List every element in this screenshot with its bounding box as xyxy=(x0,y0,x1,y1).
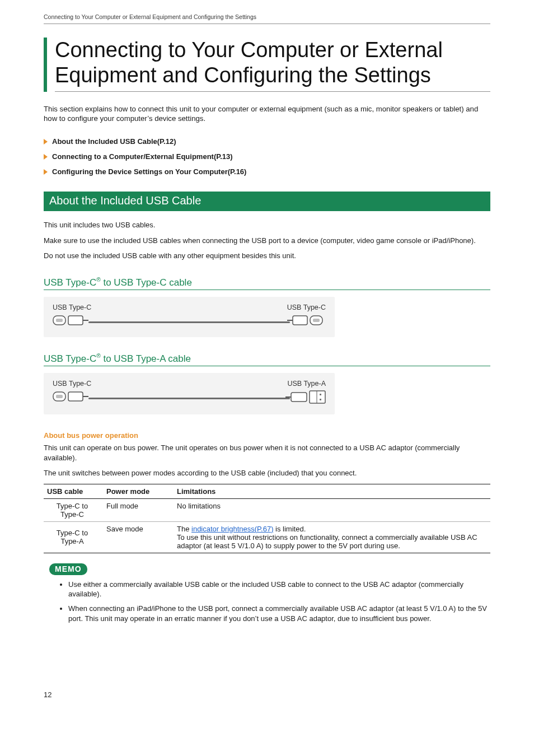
caret-right-icon xyxy=(44,139,48,144)
cable-end-right: USB Type-C xyxy=(287,304,326,327)
about-p1: This unit includes two USB cables. xyxy=(44,220,490,230)
figure-cable-c-to-c: USB Type-C USB Type-C xyxy=(44,297,335,337)
svg-rect-7 xyxy=(313,319,320,322)
connector-label: USB Type-C xyxy=(53,304,91,311)
subheading-cable-c-to-a: USB Type-C® to USB Type-A cable xyxy=(44,353,490,365)
table-row: Type-C to Type-C Full mode No limitation… xyxy=(44,498,490,521)
th-power-mode: Power mode xyxy=(103,484,174,498)
list-item: Use either a commercially available USB … xyxy=(68,580,490,599)
svg-rect-1 xyxy=(56,319,63,322)
page-number: 12 xyxy=(44,690,490,699)
subheading-pre: USB Type-C xyxy=(44,277,96,288)
cable-wire-icon xyxy=(88,398,290,399)
usb-type-a-connector-icon xyxy=(285,390,326,404)
intro-paragraph: This section explains how to connect thi… xyxy=(44,104,490,124)
svg-rect-14 xyxy=(310,391,325,403)
subheading-cable-c-to-c: USB Type-C® to USB Type-C cable xyxy=(44,277,490,288)
memo-block: MEMO Use either a commercially available… xyxy=(44,563,490,623)
connector-label: USB Type-C xyxy=(287,304,326,311)
cell-power-mode: Save mode xyxy=(103,521,174,553)
table-header-row: USB cable Power mode Limitations xyxy=(44,484,490,498)
bus-p2: The unit switches between power modes ac… xyxy=(44,468,490,478)
cell-cable-type: Type-C to Type-C xyxy=(44,498,103,521)
subheading-rule xyxy=(44,290,490,291)
th-usb-cable: USB cable xyxy=(44,484,103,498)
bus-p1: This unit can operate on bus power. The … xyxy=(44,443,490,463)
toc-item-label: Connecting to a Computer/External Equipm… xyxy=(52,152,233,161)
usb-type-c-connector-icon xyxy=(53,314,88,327)
svg-rect-2 xyxy=(68,316,83,325)
about-p2: Make sure to use the included USB cables… xyxy=(44,236,490,246)
svg-rect-15 xyxy=(320,394,321,395)
caret-right-icon xyxy=(44,154,48,160)
power-mode-table: USB cable Power mode Limitations Type-C … xyxy=(44,484,490,553)
figure-cable-c-to-a: USB Type-C USB Type-A xyxy=(44,373,335,414)
limitation-pre: The xyxy=(177,525,191,533)
subheading-post: to USB Type-C cable xyxy=(101,277,192,288)
toc-item-1[interactable]: About the Included USB Cable(P.12) xyxy=(44,137,490,146)
connector-label: USB Type-A xyxy=(285,380,326,388)
svg-rect-13 xyxy=(291,393,307,402)
svg-rect-9 xyxy=(56,395,63,398)
cable-wire-icon xyxy=(88,321,290,323)
cable-end-right: USB Type-A xyxy=(285,380,326,404)
connector-label: USB Type-C xyxy=(53,380,91,388)
page-title: Connecting to Your Computer or External … xyxy=(55,38,490,88)
caret-right-icon xyxy=(44,169,48,175)
svg-rect-5 xyxy=(293,316,307,325)
table-row: Type-C to Type-A Save mode The indicator… xyxy=(44,521,490,553)
list-item: When connecting an iPad/iPhone to the US… xyxy=(68,604,490,623)
h1-underline xyxy=(55,91,490,92)
limitation-post: is limited. xyxy=(273,525,306,533)
memo-badge: MEMO xyxy=(49,563,87,575)
toc: About the Included USB Cable(P.12) Conne… xyxy=(44,137,490,176)
cell-limitations: The indicator brightness(P.67) is limite… xyxy=(174,521,490,553)
toc-item-label: Configuring the Device Settings on Your … xyxy=(52,167,246,176)
cable-end-left: USB Type-C xyxy=(53,380,91,403)
running-header: Connecting to Your Computer or External … xyxy=(44,13,490,24)
page-root: Connecting to Your Computer or External … xyxy=(0,0,534,721)
about-p3: Do not use the included USB cable with a… xyxy=(44,251,490,261)
cell-cable-type: Type-C to Type-A xyxy=(44,521,103,553)
cell-power-mode: Full mode xyxy=(103,498,174,521)
subheading-bus-power: About bus power operation xyxy=(44,431,490,440)
indicator-brightness-link[interactable]: indicator brightness(P.67) xyxy=(191,525,273,533)
memo-list: Use either a commercially available USB … xyxy=(44,580,490,623)
th-limitations: Limitations xyxy=(174,484,490,498)
toc-item-3[interactable]: Configuring the Device Settings on Your … xyxy=(44,167,490,176)
subheading-post: to USB Type-A cable xyxy=(101,353,191,364)
subheading-rule xyxy=(44,366,490,367)
section-heading-bar: About the Included USB Cable xyxy=(44,192,490,211)
svg-rect-10 xyxy=(68,392,83,401)
cable-end-left: USB Type-C xyxy=(53,304,91,327)
limitation-line2: To use this unit without restrictions on… xyxy=(177,533,477,550)
svg-rect-16 xyxy=(320,399,321,400)
toc-item-2[interactable]: Connecting to a Computer/External Equipm… xyxy=(44,152,490,161)
registered-mark-icon: ® xyxy=(96,277,101,283)
h1-container: Connecting to Your Computer or External … xyxy=(44,38,490,92)
subheading-pre: USB Type-C xyxy=(44,353,96,364)
usb-type-c-connector-icon xyxy=(53,390,88,403)
registered-mark-icon: ® xyxy=(96,353,101,359)
usb-type-c-connector-icon xyxy=(287,314,323,327)
toc-item-label: About the Included USB Cable(P.12) xyxy=(52,137,176,146)
cell-limitations: No limitations xyxy=(174,498,490,521)
